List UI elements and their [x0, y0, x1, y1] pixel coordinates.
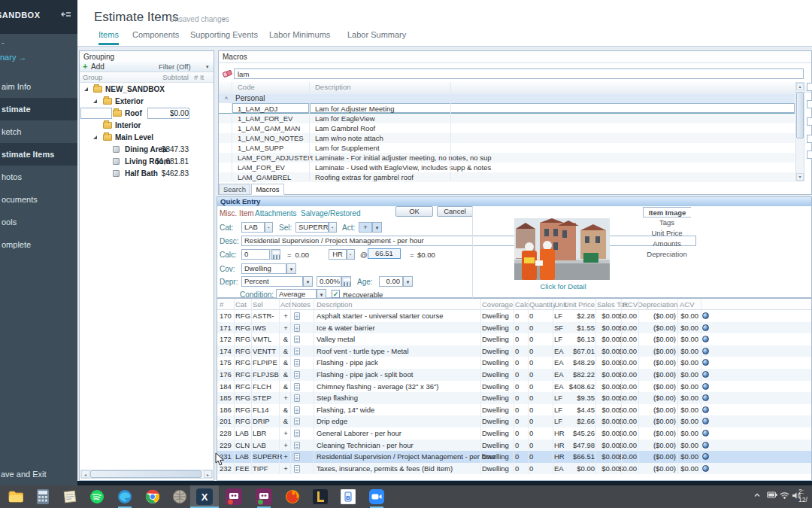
edge-button[interactable] [807, 100, 812, 108]
note-icon[interactable] [294, 336, 300, 343]
cancel-button[interactable]: Cancel [437, 206, 473, 217]
sel-spinner[interactable]: ▪ [329, 222, 337, 233]
item-row-184[interactable]: 184RFGFLCH&Chimney flashing - average (3… [217, 381, 811, 393]
sidebar-item-stimate[interactable]: stimate [0, 98, 77, 120]
item-row-232[interactable]: 232FEETIPF+Taxes, insurance, permits & f… [217, 463, 811, 475]
add-group-button[interactable]: Add [91, 62, 105, 72]
act-select[interactable]: + [359, 222, 372, 233]
tab-components[interactable]: Components [132, 30, 179, 45]
tree-expander-icon[interactable] [93, 99, 97, 103]
tab-search[interactable]: Search [219, 184, 250, 195]
macro-row-1-lam-supp[interactable]: 1_LAM_SUPPLam for Supplement [219, 143, 795, 153]
attachments-link[interactable]: Attachments [255, 209, 297, 217]
globe-icon[interactable] [702, 336, 709, 342]
item-row-174[interactable]: 174RFGVENTT&Roof vent - turtle type - Me… [217, 345, 811, 357]
sidebar-item-stimate-items[interactable]: stimate Items [0, 143, 77, 166]
coverage-select[interactable]: Dwelling [241, 263, 286, 274]
misc-item-link[interactable]: Misc. Item [220, 209, 254, 217]
l-app-icon[interactable] [312, 488, 329, 505]
sidebar-item-hotos[interactable]: hotos [0, 166, 77, 188]
tree-row-exterior[interactable]: Exterior [80, 96, 214, 108]
item-row-201[interactable]: 201RFGDRIP&Drip edgeDwelling00LF$2.66$0.… [217, 415, 811, 427]
globe-icon[interactable] [702, 348, 709, 354]
file-explorer-icon[interactable] [8, 488, 24, 505]
note-icon[interactable] [294, 312, 300, 320]
calculator-icon[interactable] [271, 249, 280, 260]
sidebar-item-summary[interactable]: nary → [0, 53, 26, 62]
sidebar-item-omplete[interactable]: omplete [0, 233, 77, 256]
scroll-left-icon[interactable]: ◂ [81, 470, 89, 478]
edge-button[interactable] [807, 117, 812, 126]
battery-icon[interactable] [767, 491, 777, 500]
sticky-notes-icon[interactable] [62, 488, 78, 505]
xactimate-icon[interactable]: X [196, 488, 213, 505]
chevron-down-icon[interactable]: ⌄ [220, 13, 227, 23]
edge-icon[interactable] [117, 488, 133, 505]
tray-clock[interactable]: 2: 12/ [798, 488, 812, 504]
macros-vscrollbar[interactable]: ▴ ▾ [795, 82, 804, 181]
sel-input[interactable]: SUPERR [295, 222, 329, 233]
edge-button[interactable] [807, 135, 812, 143]
collapse-sidebar-icon[interactable] [61, 10, 71, 20]
zoom-icon[interactable] [368, 488, 385, 505]
macro-row-lam-gambrel[interactable]: LAM_GAMBRELRoofing extras for gambrel ro… [219, 172, 795, 182]
age-caret-icon[interactable]: ▾ [403, 276, 413, 287]
scroll-up-icon[interactable]: ▴ [796, 83, 804, 90]
age-select[interactable]: 0.00 [379, 276, 403, 287]
depr-select[interactable]: Percent [241, 276, 303, 287]
unit-select[interactable]: HR [329, 249, 347, 260]
tree-row-living-room[interactable]: Living Room$1,681.81 [80, 156, 214, 168]
scroll-thumb[interactable] [796, 92, 804, 138]
side-tab-tags[interactable]: Tags [643, 217, 691, 228]
item-row-175[interactable]: 175RFGFLPIPE&Flashing - pipe jackDwellin… [217, 357, 811, 369]
item-row-231[interactable]: 231LABSUPERR+Residential Supervision / P… [217, 451, 811, 463]
side-tab-depreciation[interactable]: Depreciation [643, 249, 691, 260]
spotify-icon[interactable] [89, 488, 105, 505]
click-for-detail-link[interactable]: Click for Detail [518, 282, 608, 291]
side-tab-amounts[interactable]: Amounts [643, 239, 691, 249]
tab-labor-minimums[interactable]: Labor Minimums [269, 30, 330, 45]
desc-input[interactable]: Residential Supervision / Project Manage… [241, 236, 696, 246]
item-row-186[interactable]: 186RFGFL14&Flashing, 14" wideDwelling00L… [217, 404, 811, 416]
collab-app-red-icon[interactable] [226, 488, 242, 505]
note-icon[interactable] [294, 406, 300, 414]
act-caret-icon[interactable]: ▾ [372, 222, 382, 233]
calculator-icon[interactable] [341, 276, 351, 287]
tree-row-new-sandbox[interactable]: NEW_SANDBOX [80, 84, 214, 96]
tree-row-roof[interactable]: Roof$0.00 [80, 108, 214, 120]
scroll-right-icon[interactable]: ▸ [204, 470, 212, 478]
tree-expander-icon[interactable] [93, 135, 97, 139]
ok-button[interactable]: OK [395, 206, 433, 217]
side-tab-unit-price[interactable]: Unit Price [643, 228, 691, 239]
globe-icon[interactable] [702, 312, 709, 319]
side-tab-item-image[interactable]: Item Image [643, 207, 691, 217]
note-icon[interactable] [294, 383, 300, 391]
cat-input[interactable]: LAB [241, 222, 265, 233]
item-row-176[interactable]: 176RFGFLPJSB&Flashing - pipe jack - spli… [217, 369, 811, 381]
tab-items[interactable]: Items [98, 30, 119, 45]
eraser-icon[interactable] [223, 69, 232, 79]
globe-icon[interactable] [702, 371, 709, 378]
globe-icon[interactable] [702, 383, 709, 390]
tree-row-dining-area[interactable]: Dining Area$847.33 [80, 144, 214, 156]
globe-app-icon[interactable] [171, 488, 188, 505]
item-row-170[interactable]: 170RFGASTR-+Asphalt starter - universal … [217, 310, 811, 322]
scroll-down-icon[interactable]: ▾ [796, 173, 804, 181]
item-row-185[interactable]: 185RFGSTEP+Step flashingDwelling00LF$9.3… [217, 392, 811, 404]
macro-row-lam-for-adjuster[interactable]: LAM_FOR_ADJUSTERLaminate - For initial a… [219, 153, 795, 163]
sidebar-item-ools[interactable]: ools [0, 211, 77, 233]
globe-icon[interactable] [702, 465, 709, 472]
globe-icon[interactable] [702, 430, 709, 437]
sidebar-item-save-and-exit[interactable]: ave and Exit [0, 463, 77, 485]
unit-spinner[interactable]: ▪ [347, 249, 355, 260]
note-icon[interactable] [294, 418, 300, 425]
collab-app-green-icon[interactable] [256, 488, 272, 505]
sidebar-item-ketch[interactable]: ketch [0, 120, 77, 143]
globe-icon[interactable] [702, 418, 709, 424]
scroll-thumb[interactable] [90, 470, 201, 478]
item-photo[interactable] [514, 218, 610, 281]
item-row-171[interactable]: 171RFGIWS+Ice & water barrierDwelling00S… [217, 322, 811, 334]
rate-input[interactable]: 66.51 [368, 248, 401, 259]
note-icon[interactable] [294, 359, 300, 367]
note-icon[interactable] [294, 348, 300, 355]
